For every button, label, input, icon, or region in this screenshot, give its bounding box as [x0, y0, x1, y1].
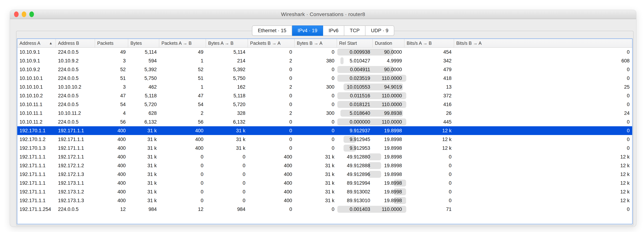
cell-bits-a-to-b: 0 [404, 170, 454, 179]
cell-rel-start: 10.010553 [337, 83, 373, 91]
close-traffic-light-icon[interactable] [14, 11, 18, 17]
cell-packets: 3 [95, 56, 128, 65]
column-header-bits-a-to-b[interactable]: Bits/s A → B [404, 39, 454, 47]
cell-packets-b-to-a: 0 [248, 144, 295, 152]
table-row[interactable]: 10.10.11.1224.0.0.5545,720545,720000.018… [17, 100, 632, 109]
cell-duration: 110.0000 [373, 100, 404, 109]
column-header-label: Duration [375, 41, 392, 46]
column-header-bytes-a-to-b[interactable]: Bytes A → B [206, 39, 248, 47]
cell-packets: 400 [95, 170, 128, 179]
cell-address-a: 192.171.1.1 [17, 196, 56, 205]
cell-packets-b-to-a: 0 [248, 205, 295, 214]
table-row[interactable]: 192.171.1.254224.0.0.51298412984000.0014… [17, 205, 632, 214]
table-row[interactable]: 192.171.1.1192.172.1.140031 k0040031 k49… [17, 152, 632, 161]
cell-address-b: 224.0.0.5 [56, 48, 95, 56]
table-row[interactable]: 10.10.10.2224.0.0.5475,118475,118000.011… [17, 91, 632, 100]
cell-address-b: 192.173.1.2 [56, 187, 95, 196]
table-row[interactable]: 192.170.1.1192.171.1.140031 k40031 k009.… [17, 126, 632, 135]
table-row[interactable]: 192.170.1.3192.171.1.140031 k40031 k009.… [17, 144, 632, 152]
cell-address-a: 192.171.1.1 [17, 170, 56, 179]
cell-bytes: 31 k [128, 152, 159, 161]
tab-ipv6[interactable]: IPv6 [323, 25, 344, 36]
table-row[interactable]: 192.171.1.1192.173.1.140031 k0040031 k89… [17, 179, 632, 187]
cell-packets: 52 [95, 65, 128, 74]
cell-rel-start: 0.009938 [337, 48, 373, 56]
column-header-packets[interactable]: Packets [95, 39, 128, 47]
cell-address-b: 10.10.11.2 [56, 109, 95, 117]
table-row[interactable]: 10.10.11.110.10.11.24628232823005.018640… [17, 109, 632, 117]
cell-packets-b-to-a: 2 [248, 83, 295, 91]
column-header-label: Bits/s B → A [456, 41, 482, 46]
cell-bytes-a-to-b: 31 k [206, 126, 248, 135]
cell-bytes-b-to-a: 0 [295, 126, 337, 135]
cell-rel-start: 0.018121 [337, 100, 373, 109]
cell-address-b: 10.10.9.2 [56, 56, 95, 65]
table-row[interactable]: 10.10.10.110.10.10.234621162230010.01055… [17, 83, 632, 91]
column-header-bytes[interactable]: Bytes [128, 39, 159, 47]
cell-bytes-b-to-a: 0 [295, 65, 337, 74]
table-row[interactable]: 192.170.1.2192.171.1.140031 k40031 k009.… [17, 135, 632, 144]
table-row[interactable]: 10.10.11.2224.0.0.5566,132566,132000.000… [17, 117, 632, 126]
cell-packets-a-to-b: 12 [159, 205, 206, 214]
table-header-row: Address A▲Address BPacketsBytesPackets A… [17, 39, 632, 48]
cell-bytes-a-to-b: 0 [206, 170, 248, 179]
cell-packets-a-to-b: 1 [159, 83, 206, 91]
cell-packets-b-to-a: 0 [248, 91, 295, 100]
cell-packets-b-to-a: 0 [248, 65, 295, 74]
column-header-rel-start[interactable]: Rel Start [337, 39, 373, 47]
column-header-packets-a-to-b[interactable]: Packets A → B [159, 39, 206, 47]
column-header-packets-b-to-a[interactable]: Packets B → A [248, 39, 295, 47]
table-row[interactable]: 192.171.1.1192.173.1.240031 k0040031 k89… [17, 187, 632, 196]
cell-bytes-a-to-b: 0 [206, 179, 248, 187]
minimize-traffic-light-icon[interactable] [22, 11, 26, 17]
cell-bytes: 6,132 [128, 117, 159, 126]
cell-packets-a-to-b: 400 [159, 126, 206, 135]
zoom-traffic-light-icon[interactable] [29, 11, 34, 17]
cell-address-a: 10.10.11.1 [17, 100, 56, 109]
cell-packets-b-to-a: 400 [248, 196, 295, 205]
table-row[interactable]: 192.171.1.1192.173.1.340031 k0040031 k89… [17, 196, 632, 205]
table-row[interactable]: 10.10.10.1224.0.0.5515,750515,750000.023… [17, 74, 632, 83]
cell-bytes-a-to-b: 162 [206, 83, 248, 91]
cell-bytes-b-to-a: 31 k [295, 187, 337, 196]
cell-bytes-b-to-a: 0 [295, 48, 337, 56]
cell-bits-a-to-b: 454 [404, 48, 454, 56]
table-row[interactable]: 10.10.9.110.10.9.23594121423805.0104274.… [17, 56, 632, 65]
cell-packets-a-to-b: 1 [159, 56, 206, 65]
conversations-dialog-window: Wireshark · Conversations · router8 Ethe… [10, 10, 636, 227]
cell-address-a: 10.10.10.1 [17, 74, 56, 83]
cell-bytes-a-to-b: 0 [206, 187, 248, 196]
tab-ipv4-19[interactable]: IPv4 · 19 [292, 25, 323, 36]
tab-udp-9[interactable]: UDP · 9 [366, 25, 394, 36]
column-header-duration[interactable]: Duration [373, 39, 404, 47]
table-row[interactable]: 10.10.9.1224.0.0.5495,114495,114000.0099… [17, 48, 632, 56]
cell-duration: 110.0000 [373, 91, 404, 100]
table-row[interactable]: 192.171.1.1192.172.1.240031 k0040031 k49… [17, 161, 632, 170]
cell-address-b: 192.173.1.1 [56, 179, 95, 187]
cell-packets-b-to-a: 0 [248, 74, 295, 83]
cell-bytes-b-to-a: 0 [295, 74, 337, 83]
cell-address-b: 192.171.1.1 [56, 126, 95, 135]
window-titlebar[interactable]: Wireshark · Conversations · router8 [10, 10, 636, 19]
table-row[interactable]: 192.171.1.1192.172.1.340031 k0040031 k49… [17, 170, 632, 179]
column-header-label: Bytes [130, 41, 142, 46]
cell-bits-b-to-a: 12 k [454, 187, 632, 196]
column-header-address-b[interactable]: Address B [56, 39, 95, 47]
cell-bytes: 5,118 [128, 91, 159, 100]
cell-packets-a-to-b: 52 [159, 65, 206, 74]
cell-bytes: 462 [128, 83, 159, 91]
cell-address-b: 224.0.0.5 [56, 205, 95, 214]
cell-bits-b-to-a: 24 [454, 109, 632, 117]
table-body: 10.10.9.1224.0.0.5495,114495,114000.0099… [17, 48, 632, 214]
column-header-bits-b-to-a[interactable]: Bits/s B → A [454, 39, 632, 47]
cell-address-b: 192.171.1.1 [56, 135, 95, 144]
column-header-address-a[interactable]: Address A▲ [17, 39, 56, 47]
cell-packets: 400 [95, 161, 128, 170]
column-header-bytes-b-to-a[interactable]: Bytes B → A [295, 39, 337, 47]
cell-bits-a-to-b: 12 k [404, 135, 454, 144]
tab-ethernet-15[interactable]: Ethernet · 15 [252, 25, 292, 36]
cell-duration: 110.0000 [373, 117, 404, 126]
cell-bytes: 31 k [128, 161, 159, 170]
tab-tcp[interactable]: TCP [344, 25, 366, 36]
table-row[interactable]: 10.10.9.2224.0.0.5525,392525,392000.0049… [17, 65, 632, 74]
